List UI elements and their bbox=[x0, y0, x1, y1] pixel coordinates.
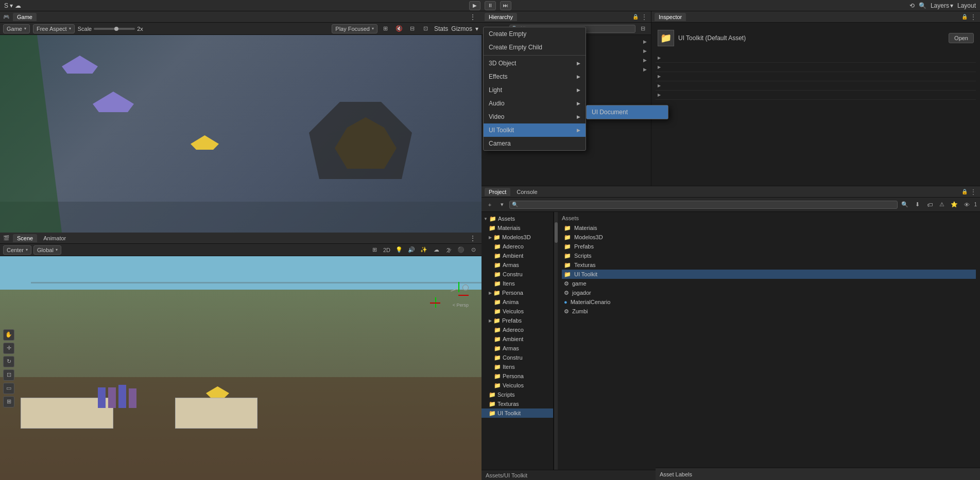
tree-constru2[interactable]: 📁 Constru bbox=[482, 353, 553, 362]
game-more-button[interactable]: ⋮ bbox=[467, 13, 478, 21]
tree-ui-toolkit[interactable]: 📁 UI Toolkit bbox=[482, 408, 553, 418]
tree-prefabs[interactable]: ▶ 📁 Prefabs bbox=[482, 316, 553, 325]
search-icon[interactable]: 🔍 bbox=[919, 2, 926, 9]
tree-veiculos[interactable]: 📁 Veiculos bbox=[482, 307, 553, 316]
tree-veiculos2[interactable]: 📁 Veiculos bbox=[482, 381, 553, 390]
tree-itens2[interactable]: 📁 Itens bbox=[482, 362, 553, 371]
asset-item-material-cenario[interactable]: ● MaterialCenario bbox=[562, 297, 976, 307]
hierarchy-more-icon[interactable]: ⋮ bbox=[641, 13, 648, 21]
particles-icon[interactable]: ⚫ bbox=[456, 245, 466, 255]
tab-inspector[interactable]: Inspector bbox=[655, 13, 686, 21]
asset-item-modelos3d[interactable]: 📁 Modelos3D bbox=[562, 233, 976, 242]
unity-brand[interactable]: S ▾ ☁ bbox=[4, 2, 21, 9]
fx-icon[interactable]: ✨ bbox=[419, 245, 429, 255]
open-button[interactable]: Open bbox=[949, 33, 974, 43]
transform-tool[interactable]: ⊞ bbox=[3, 396, 14, 407]
scene-transform-handle[interactable] bbox=[430, 297, 440, 308]
submenu-ui-document[interactable]: UI Document bbox=[587, 105, 668, 119]
display-icon[interactable]: ⊟ bbox=[407, 24, 418, 33]
center-dropdown[interactable]: Center ▾ bbox=[3, 245, 31, 255]
record-icon[interactable]: ⊡ bbox=[421, 24, 431, 33]
layout-label[interactable]: Layout bbox=[957, 2, 976, 9]
scene-more-button[interactable]: ⋮ bbox=[467, 234, 478, 242]
tree-modelos3d[interactable]: ▶ 📁 Modelos3D bbox=[482, 233, 553, 242]
project-add-btn[interactable]: + bbox=[485, 200, 495, 209]
project-icon5[interactable]: ⭐ bbox=[949, 200, 959, 209]
context-menu-3d-object[interactable]: 3D Object ▶ bbox=[484, 57, 586, 70]
tree-materiais[interactable]: 📁 Materiais bbox=[482, 223, 553, 233]
tree-adereco[interactable]: 📁 Adereco bbox=[482, 242, 553, 251]
tab-game[interactable]: Game bbox=[13, 13, 37, 21]
step-button[interactable]: ⏭ bbox=[500, 1, 511, 10]
global-dropdown[interactable]: Global ▾ bbox=[33, 245, 61, 255]
project-icon3[interactable]: 🏷 bbox=[924, 200, 935, 209]
project-add-arrow[interactable]: ▾ bbox=[497, 200, 507, 209]
fog-icon[interactable]: 🌫 bbox=[443, 245, 454, 255]
scene-2d-btn[interactable]: 2D bbox=[382, 245, 392, 255]
tree-persona[interactable]: ▶ 📁 Persona bbox=[482, 288, 553, 297]
grid-icon[interactable]: ⊞ bbox=[369, 245, 380, 255]
cloud-icon[interactable]: ☁ bbox=[15, 2, 21, 9]
stats-label[interactable]: Stats bbox=[434, 25, 448, 32]
context-menu-light[interactable]: Light ▶ bbox=[484, 83, 586, 97]
rotate-tool[interactable]: ↻ bbox=[3, 356, 14, 367]
tree-texturas[interactable]: 📁 Texturas bbox=[482, 399, 553, 408]
project-more-icon[interactable]: ⋮ bbox=[970, 188, 977, 196]
move-tool[interactable]: ✛ bbox=[3, 343, 14, 354]
project-lock-icon[interactable]: 🔒 bbox=[961, 189, 968, 194]
history-icon[interactable]: ⟲ bbox=[909, 2, 915, 9]
context-menu-ui-toolkit[interactable]: UI Toolkit ▶ bbox=[484, 123, 586, 137]
project-icon6[interactable]: 👁 bbox=[961, 200, 972, 209]
context-menu-video[interactable]: Video ▶ bbox=[484, 110, 586, 123]
tab-hierarchy[interactable]: Hierarchy bbox=[485, 13, 517, 21]
play-button[interactable]: ▶ bbox=[469, 1, 480, 10]
scale-track[interactable] bbox=[94, 28, 135, 30]
asset-item-materiais[interactable]: 📁 Materiais bbox=[562, 223, 976, 233]
mute-icon[interactable]: 🔇 bbox=[394, 24, 404, 33]
tree-armas[interactable]: 📁 Armas bbox=[482, 260, 553, 270]
tab-console[interactable]: Console bbox=[512, 188, 541, 196]
hierarchy-filter-icon[interactable]: ⊟ bbox=[638, 24, 648, 33]
rect-tool[interactable]: ▭ bbox=[3, 383, 14, 394]
context-menu-create-empty[interactable]: Create Empty bbox=[484, 27, 586, 41]
inspector-more-icon[interactable]: ⋮ bbox=[970, 13, 977, 21]
audio-icon[interactable]: 🔊 bbox=[406, 245, 417, 255]
tree-constru[interactable]: 📁 Constru bbox=[482, 270, 553, 279]
skybox-icon[interactable]: ☁ bbox=[431, 245, 441, 255]
game-dropdown[interactable]: Game ▾ bbox=[3, 24, 30, 33]
tree-armas2[interactable]: 📁 Armas bbox=[482, 344, 553, 353]
context-menu-audio[interactable]: Audio ▶ bbox=[484, 97, 586, 110]
context-menu-create-empty-child[interactable]: Create Empty Child bbox=[484, 41, 586, 54]
asset-item-prefabs[interactable]: 📁 Prefabs bbox=[562, 242, 976, 251]
tab-project[interactable]: Project bbox=[485, 188, 510, 196]
lighting-icon[interactable]: 💡 bbox=[394, 245, 404, 255]
project-search[interactable]: 🔍 bbox=[509, 201, 898, 209]
project-icon1[interactable]: 🔍 bbox=[900, 200, 910, 209]
play-focused-dropdown[interactable]: Play Focused ▾ bbox=[332, 24, 377, 33]
asset-item-zumbi[interactable]: ⚙ Zumbi bbox=[562, 307, 976, 316]
asset-item-ui-toolkit[interactable]: 📁 UI Toolkit bbox=[562, 270, 976, 279]
gizmos-label[interactable]: Gizmos bbox=[451, 25, 472, 32]
tree-assets[interactable]: ▼ 📁 Assets bbox=[482, 214, 553, 223]
context-menu-camera[interactable]: Camera bbox=[484, 137, 586, 150]
aspect-dropdown[interactable]: Free Aspect ▾ bbox=[33, 24, 75, 33]
inspector-lock-icon[interactable]: 🔒 bbox=[961, 14, 968, 20]
asset-item-game[interactable]: ⚙ game bbox=[562, 279, 976, 288]
project-icon4[interactable]: ⚠ bbox=[937, 200, 947, 209]
layers-dropdown[interactable]: Layers ▾ bbox=[931, 2, 953, 9]
pause-button[interactable]: ⏸ bbox=[485, 1, 496, 10]
tree-adereco2[interactable]: 📁 Adereco bbox=[482, 325, 553, 334]
tab-animator[interactable]: Animator bbox=[39, 234, 70, 242]
scale-tool[interactable]: ⊡ bbox=[3, 369, 14, 381]
tab-scene[interactable]: Scene bbox=[13, 234, 37, 242]
scale-slider[interactable]: Scale 2x bbox=[78, 26, 143, 32]
hierarchy-lock-icon[interactable]: 🔒 bbox=[632, 14, 639, 20]
tree-itens[interactable]: 📁 Itens bbox=[482, 279, 553, 288]
context-menu-effects[interactable]: Effects ▶ bbox=[484, 70, 586, 83]
scene-gizmos-icon[interactable]: ⊙ bbox=[468, 245, 478, 255]
tree-anima[interactable]: 📁 Anima bbox=[482, 297, 553, 307]
hand-tool[interactable]: ✋ bbox=[3, 329, 14, 341]
maximize-icon[interactable]: ⊞ bbox=[381, 24, 391, 33]
scroll-thumb[interactable] bbox=[555, 222, 558, 243]
project-icon2[interactable]: ⬇ bbox=[912, 200, 922, 209]
